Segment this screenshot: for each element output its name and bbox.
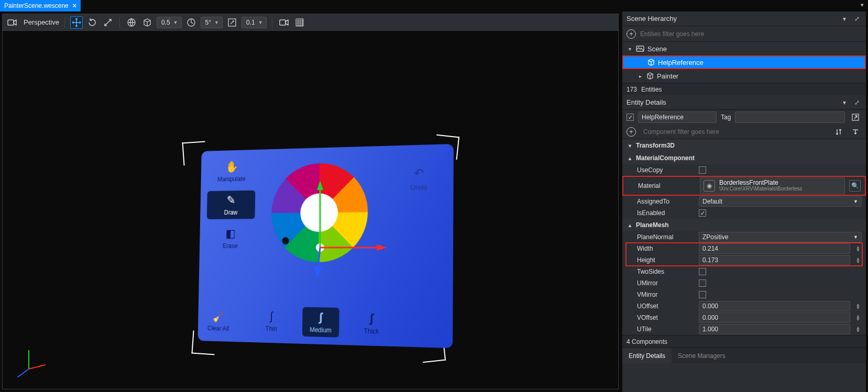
entity-icon [647,59,655,66]
entity-count: 173 [627,86,637,93]
twosides-checkbox[interactable] [699,268,706,275]
umirror-checkbox[interactable] [699,279,706,287]
thick-button[interactable]: ∫ Thick [353,308,391,339]
scene-tab[interactable]: PainterScene.wescene × [0,0,81,12]
expand-icon[interactable]: ▸ [637,73,643,79]
globe-icon[interactable] [125,16,138,29]
pin-icon[interactable]: ⤢ [852,14,862,24]
snap-rotate-select[interactable]: 5°▼ [201,17,223,28]
tree-scene-label: Scene [647,45,667,53]
collapse-icon[interactable] [849,126,862,138]
vmirror-prop: VMirror [622,289,866,300]
add-component-icon[interactable]: + [627,127,636,137]
medium-stroke-icon: ∫ [319,310,322,324]
thin-stroke-icon: ∫ [270,309,273,323]
materialcomponent-header[interactable]: ▴ MaterialComponent [622,152,866,164]
hierarchy-filter-input[interactable] [640,30,862,38]
snap-cube-icon[interactable] [141,16,153,29]
entity-icon [646,72,654,80]
move-tool-icon[interactable] [70,16,83,29]
erase-button[interactable]: ◧ Erase [206,224,255,253]
assignedto-prop: AssignedTo Default▼ [622,196,866,207]
tree-painter-row[interactable]: ▸ Painter [622,69,866,83]
spinner-icon[interactable]: ▲▼ [854,315,862,321]
utile-prop: UTile ▲▼ [622,323,866,335]
camera-mode-label[interactable]: Perspective [24,18,59,26]
color-wheel[interactable] [271,162,368,263]
planenormal-select[interactable]: ZPositive▼ [699,232,862,242]
snap-move-select[interactable]: 0.5▼ [157,17,182,28]
svg-line-13 [29,365,46,369]
assignedto-select[interactable]: Default▼ [699,196,862,207]
camera-icon[interactable] [6,16,18,29]
grid-icon[interactable] [293,16,306,29]
tree-scene-row[interactable]: ▾ Scene [622,42,866,55]
chevron-down-icon[interactable]: ▾ [840,98,849,107]
snap-scale-select[interactable]: 0.1▼ [241,17,267,28]
chevron-up-icon: ▴ [627,222,633,228]
tree-item-label: HelpReference [658,59,704,66]
isenabled-checkbox[interactable]: ✓ [699,209,706,217]
isenabled-prop: IsEnabled ✓ [622,207,866,219]
locate-icon[interactable] [849,111,862,124]
spinner-icon[interactable]: ▲▼ [854,303,862,309]
scene-icon [636,46,644,52]
tab-scene-managers[interactable]: Scene Managers [672,348,732,363]
viewport-canvas[interactable]: ✋ Manipulate ✎ Draw ◧ Erase 🧹 Clear All [3,31,618,389]
entity-enabled-checkbox[interactable]: ✓ [627,114,634,121]
rotate-tool-icon[interactable] [86,16,98,29]
camera2-icon[interactable] [278,16,290,29]
viewport-toolbar: Perspective 0.5▼ 5°▼ 0.1▼ [3,14,618,31]
chevron-down-icon[interactable]: ▾ [861,2,864,8]
manipulate-button[interactable]: ✋ Manipulate [207,157,256,186]
undo-button[interactable]: ↶ Undo [398,166,441,192]
component-filter-input[interactable] [640,126,828,138]
entity-name-input[interactable] [638,111,717,123]
medium-button[interactable]: ∫ Medium [302,307,339,338]
svg-rect-4 [280,20,285,25]
pin-icon[interactable]: ⤢ [852,98,862,107]
voffset-input[interactable] [699,312,850,323]
svg-line-14 [17,369,29,377]
painter-panel: ✋ Manipulate ✎ Draw ◧ Erase 🧹 Clear All [191,147,452,344]
material-name: BorderlessFrontPlate [719,180,841,186]
sort-icon[interactable] [832,126,845,138]
materialcomponent-label: MaterialComponent [636,154,695,162]
hand-icon: ✋ [225,160,238,174]
add-entity-icon[interactable]: + [627,29,636,39]
utile-input[interactable] [699,324,850,334]
planemesh-label: PlaneMesh [636,221,669,229]
viewport: Perspective 0.5▼ 5°▼ 0.1▼ [2,14,619,389]
right-panel: Scene Hierarchy ▾ ⤢ + ▾ Scene HelpRefere… [622,12,866,392]
entity-tag-input[interactable] [735,111,845,123]
uoffset-input[interactable] [699,301,850,311]
detail-tabs: Entity Details Scene Managers [622,348,866,363]
chevron-down-icon: ▾ [627,143,633,149]
vmirror-checkbox[interactable] [699,291,706,298]
transform3d-label: Transform3D [636,142,675,149]
scale-tool-icon[interactable] [102,16,114,29]
search-icon[interactable]: 🔍 [849,180,861,192]
pencil-icon: ✎ [226,194,235,207]
expand-icon[interactable]: ▾ [627,46,633,52]
snap-rotate-icon[interactable] [185,16,197,29]
component-count: 4 Components [627,338,667,345]
snap-scale-value: 0.1 [246,19,255,26]
snap-scale-icon[interactable] [226,16,238,29]
transform3d-header[interactable]: ▾ Transform3D [622,139,866,152]
usecopy-checkbox[interactable] [699,166,706,174]
draw-button[interactable]: ✎ Draw [207,191,256,219]
tree-helpreference-row[interactable]: HelpReference [622,55,866,69]
details-title: Entity Details [627,98,666,106]
uoffset-prop: UOffset ▲▼ [622,300,866,312]
voffset-prop: VOffset ▲▼ [622,312,866,323]
spinner-icon[interactable]: ▲▼ [854,326,862,332]
material-asset-field[interactable]: ◉ BorderlessFrontPlate \Xrv.Core\XRV\Mat… [700,177,845,194]
chevron-down-icon[interactable]: ▾ [840,14,849,24]
snap-move-value: 0.5 [161,19,170,26]
close-icon[interactable]: × [73,2,76,9]
planemesh-header[interactable]: ▴ PlaneMesh [622,219,866,231]
tab-entity-details[interactable]: Entity Details [622,348,672,363]
thin-button[interactable]: ∫ Thin [254,306,290,336]
hierarchy-tree: ▾ Scene HelpReference ▸ Painter [622,42,866,83]
